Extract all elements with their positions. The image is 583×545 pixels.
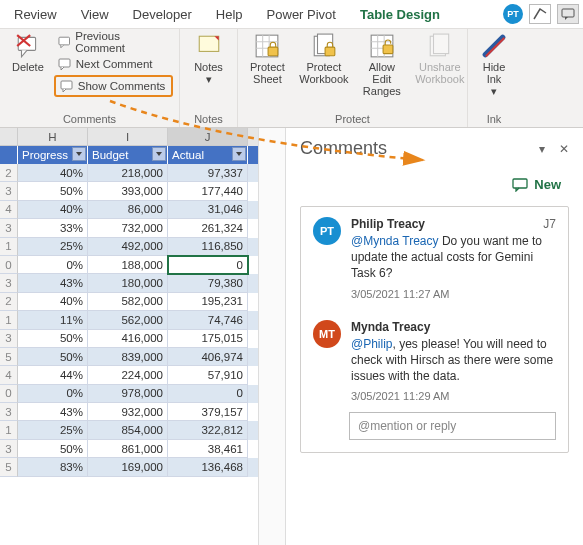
table-header-progress[interactable]: Progress — [18, 146, 88, 164]
table-row[interactable]: 0 0% 188,000 0 — [0, 256, 258, 274]
cell-actual[interactable]: 57,910 — [168, 366, 248, 384]
mention[interactable]: @Philip — [351, 337, 393, 351]
filter-icon[interactable] — [232, 147, 246, 161]
reply-input[interactable]: @mention or reply — [349, 412, 556, 440]
table-row[interactable]: 5 50% 839,000 406,974 — [0, 348, 258, 366]
pane-close-icon[interactable]: ✕ — [559, 142, 569, 156]
cell-budget[interactable]: 861,000 — [88, 440, 168, 458]
filter-icon[interactable] — [72, 147, 86, 161]
user-avatar[interactable]: PT — [503, 4, 523, 24]
cell-progress[interactable]: 40% — [18, 201, 88, 219]
cell-progress[interactable]: 50% — [18, 330, 88, 348]
cell-budget[interactable]: 180,000 — [88, 274, 168, 292]
tab-tabledesign[interactable]: Table Design — [350, 3, 450, 26]
table-header-actual[interactable]: Actual — [168, 146, 248, 164]
tab-developer[interactable]: Developer — [123, 3, 202, 26]
share-button[interactable] — [529, 4, 551, 24]
allow-edit-ranges-button[interactable]: Allow Edit Ranges — [357, 31, 407, 99]
cell-actual[interactable]: 97,337 — [168, 164, 248, 182]
table-row[interactable]: 1 25% 492,000 116,850 — [0, 238, 258, 256]
cell-progress[interactable]: 25% — [18, 421, 88, 439]
cell-actual[interactable]: 38,461 — [168, 440, 248, 458]
cell-budget[interactable]: 978,000 — [88, 385, 168, 403]
cell-progress[interactable]: 11% — [18, 311, 88, 329]
notes-button[interactable]: Notes▾ — [186, 31, 231, 87]
cell-budget[interactable]: 188,000 — [88, 256, 168, 274]
cell-budget[interactable]: 416,000 — [88, 330, 168, 348]
cell-progress[interactable]: 40% — [18, 293, 88, 311]
tab-help[interactable]: Help — [206, 3, 253, 26]
cell-progress[interactable]: 0% — [18, 256, 88, 274]
cell-actual[interactable]: 79,380 — [168, 274, 248, 292]
table-row[interactable]: 3 43% 180,000 79,380 — [0, 274, 258, 292]
table-row[interactable]: 5 83% 169,000 136,468 — [0, 458, 258, 476]
tab-powerpivot[interactable]: Power Pivot — [257, 3, 346, 26]
table-row[interactable]: 3 33% 732,000 261,324 — [0, 219, 258, 237]
cell-actual[interactable]: 0 — [168, 385, 248, 403]
table-row[interactable]: 1 25% 854,000 322,812 — [0, 421, 258, 439]
cell-actual[interactable]: 116,850 — [168, 238, 248, 256]
table-row[interactable]: 3 50% 861,000 38,461 — [0, 440, 258, 458]
table-header-budget[interactable]: Budget — [88, 146, 168, 164]
cell-actual[interactable]: 31,046 — [168, 201, 248, 219]
cell-actual[interactable]: 195,231 — [168, 293, 248, 311]
cell-actual[interactable]: 406,974 — [168, 348, 248, 366]
cell-progress[interactable]: 25% — [18, 238, 88, 256]
delete-comment-button[interactable]: Delete — [6, 31, 50, 75]
corner-cell[interactable] — [0, 128, 18, 146]
table-row[interactable]: 1 11% 562,000 74,746 — [0, 311, 258, 329]
next-comment-button[interactable]: Next Comment — [54, 53, 173, 75]
col-header-j[interactable]: J — [168, 128, 248, 146]
table-row[interactable]: 2 40% 218,000 97,337 — [0, 164, 258, 182]
hide-ink-button[interactable]: Hide Ink▾ — [474, 31, 514, 99]
cell-budget[interactable]: 562,000 — [88, 311, 168, 329]
cell-actual[interactable]: 177,440 — [168, 182, 248, 200]
cell-progress[interactable]: 43% — [18, 274, 88, 292]
col-header-i[interactable]: I — [88, 128, 168, 146]
cell-progress[interactable]: 33% — [18, 219, 88, 237]
filter-icon[interactable] — [152, 147, 166, 161]
show-comments-button[interactable]: Show Comments — [54, 75, 173, 97]
cell-progress[interactable]: 50% — [18, 348, 88, 366]
cell-budget[interactable]: 582,000 — [88, 293, 168, 311]
cell-budget[interactable]: 839,000 — [88, 348, 168, 366]
table-row[interactable]: 3 50% 416,000 175,015 — [0, 330, 258, 348]
table-row[interactable]: 4 40% 86,000 31,046 — [0, 201, 258, 219]
mention[interactable]: @Mynda Treacy — [351, 234, 439, 248]
cell-budget[interactable]: 218,000 — [88, 164, 168, 182]
cell-actual[interactable]: 322,812 — [168, 421, 248, 439]
cell-budget[interactable]: 932,000 — [88, 403, 168, 421]
cell-progress[interactable]: 44% — [18, 366, 88, 384]
new-comment-button[interactable]: New — [504, 173, 569, 196]
cell-budget[interactable]: 492,000 — [88, 238, 168, 256]
cell-progress[interactable]: 40% — [18, 164, 88, 182]
cell-budget[interactable]: 393,000 — [88, 182, 168, 200]
cell-progress[interactable]: 50% — [18, 440, 88, 458]
tab-review[interactable]: Review — [4, 3, 67, 26]
cell-actual[interactable]: 0 — [168, 256, 248, 274]
table-row[interactable]: 0 0% 978,000 0 — [0, 385, 258, 403]
comments-toggle-button[interactable] — [557, 4, 579, 24]
cell-progress[interactable]: 83% — [18, 458, 88, 476]
cell-budget[interactable]: 854,000 — [88, 421, 168, 439]
cell-budget[interactable]: 732,000 — [88, 219, 168, 237]
pane-menu-icon[interactable]: ▾ — [539, 142, 545, 156]
cell-actual[interactable]: 379,157 — [168, 403, 248, 421]
cell-actual[interactable]: 74,746 — [168, 311, 248, 329]
table-row[interactable]: 2 40% 582,000 195,231 — [0, 293, 258, 311]
protect-sheet-button[interactable]: Protect Sheet — [244, 31, 291, 87]
cell-actual[interactable]: 261,324 — [168, 219, 248, 237]
previous-comment-button[interactable]: Previous Comment — [54, 31, 173, 53]
cell-budget[interactable]: 169,000 — [88, 458, 168, 476]
col-header-h[interactable]: H — [18, 128, 88, 146]
cell-actual[interactable]: 136,468 — [168, 458, 248, 476]
cell-progress[interactable]: 43% — [18, 403, 88, 421]
spreadsheet-grid[interactable]: H I J Progress Budget Actual 2 40% 218,0… — [0, 128, 258, 545]
tab-view[interactable]: View — [71, 3, 119, 26]
cell-budget[interactable]: 224,000 — [88, 366, 168, 384]
table-row[interactable]: 4 44% 224,000 57,910 — [0, 366, 258, 384]
table-row[interactable]: 3 43% 932,000 379,157 — [0, 403, 258, 421]
cell-budget[interactable]: 86,000 — [88, 201, 168, 219]
cell-progress[interactable]: 50% — [18, 182, 88, 200]
table-row[interactable]: 3 50% 393,000 177,440 — [0, 182, 258, 200]
